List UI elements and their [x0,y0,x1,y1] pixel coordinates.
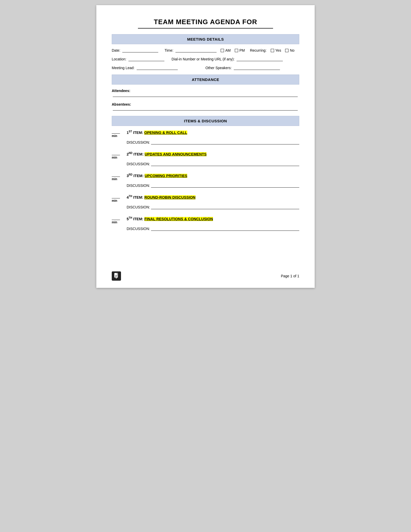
item-1-discussion-line[interactable] [151,140,299,144]
item-4-ordinal: 4TH ITEM: [127,195,144,199]
item-5-discussion-line[interactable] [151,227,299,231]
am-checkbox-group: AM [221,48,231,52]
item-3-min-label: min [112,177,117,181]
no-checkbox[interactable] [285,49,288,52]
items-header: ITEMS & DISCUSSION [112,116,299,126]
attendees-field[interactable] [113,93,298,97]
absentees-label: Absentees [112,102,130,106]
items-section: ITEMS & DISCUSSION min 1ST ITEM: OPENING… [112,116,299,231]
pm-checkbox-group: PM [235,48,245,52]
attendance-header: ATTENDANCE [112,75,299,85]
no-label: No [290,48,294,52]
item-3-min-line[interactable] [112,173,120,177]
item-2-min-line[interactable] [112,152,120,155]
agenda-item-1: min 1ST ITEM: OPENING & ROLL CALL DISCUS… [112,130,299,144]
recurring-label: Recurring: [250,48,267,52]
item-3-header-row: min 3RD ITEM: UPCOMING PRIORITIES [112,173,299,181]
item-4-min-line[interactable] [112,195,120,198]
item-5-header-row: min 5TH ITEM: FINAL RESOLUTIONS & CONCLU… [112,216,299,224]
item-2-ordinal: 2ND ITEM: [127,152,145,156]
title-section: TEAM MEETING AGENDA FOR [112,18,299,29]
dialin-field[interactable] [237,57,283,61]
item-2-discussion-label: DISCUSSION: [127,162,150,166]
yes-label: Yes [275,48,281,52]
item-5-discussion-label: DISCUSSION: [127,227,150,231]
document-page: TEAM MEETING AGENDA FOR MEETING DETAILS … [96,5,315,288]
item-5-keyword: FINAL RESOLUTIONS & CONCLUSION [144,217,213,221]
item-4-header-row: min 4TH ITEM: ROUND-ROBIN DISCUSSION [112,195,299,203]
am-checkbox[interactable] [221,49,224,52]
dialin-label: Dial-in Number or Meeting URL (if any): [172,57,235,61]
pm-checkbox[interactable] [235,49,238,52]
page-number: Page 1 of 1 [281,274,299,278]
item-3-ordinal: 3RD ITEM: [127,174,145,178]
item-5-discussion-row: DISCUSSION: [127,227,299,231]
attendees-label: Attendees: [112,89,130,93]
absentees-row: Absentees: [112,102,299,111]
item-2-discussion-row: DISCUSSION: [127,162,299,166]
item-1-discussion-label: DISCUSSION: [127,140,150,144]
item-3-discussion-line[interactable] [151,184,299,188]
page-footer: e Page 1 of 1 [112,271,299,281]
yes-checkbox-group: Yes [271,48,281,52]
details-row-3: Meeting Lead: Other Speakers: [112,66,299,70]
item-4-discussion-row: DISCUSSION: [127,205,299,209]
am-label: AM [225,48,231,52]
location-field[interactable] [128,57,164,61]
item-4-title: 4TH ITEM: ROUND-ROBIN DISCUSSION [127,195,195,199]
title-underline [138,28,273,29]
item-4-discussion-line[interactable] [151,205,299,209]
item-2-min-label: min [112,156,117,159]
item-1-keyword: OPENING & ROLL CALL [144,131,187,135]
item-1-ordinal: 1ST ITEM: [127,131,144,135]
agenda-item-2: min 2ND ITEM: UPDATES AND ANNOUNCEMENTS … [112,152,299,166]
time-field[interactable] [175,48,217,52]
item-4-keyword: ROUND-ROBIN DISCUSSION [144,195,195,199]
agenda-item-5: min 5TH ITEM: FINAL RESOLUTIONS & CONCLU… [112,216,299,231]
meeting-details-section: MEETING DETAILS Date: Time: AM PM Recurr… [112,34,299,70]
speakers-label: Other Speakers: [206,66,232,70]
item-1-title: 1ST ITEM: OPENING & ROLL CALL [127,130,187,135]
item-1-discussion-row: DISCUSSION: [127,140,299,144]
item-5-number-col: min [112,216,124,224]
lead-label: Meeting Lead: [112,66,135,70]
date-label: Date: [112,48,120,52]
item-1-min-line[interactable] [112,130,120,134]
item-2-title: 2ND ITEM: UPDATES AND ANNOUNCEMENTS [127,152,207,156]
item-5-min-label: min [112,221,117,224]
yes-checkbox[interactable] [271,49,274,52]
pm-label: PM [239,48,245,52]
lead-field[interactable] [137,66,178,70]
item-4-discussion-label: DISCUSSION: [127,205,150,209]
attendance-section: ATTENDANCE Attendees: Absentees: [112,75,299,111]
item-1-min-label: min [112,134,117,138]
item-4-number-col: min [112,195,124,203]
item-2-keyword: UPDATES AND ANNOUNCEMENTS [145,152,207,156]
main-title: TEAM MEETING AGENDA FOR [112,18,299,26]
item-5-title: 5TH ITEM: FINAL RESOLUTIONS & CONCLUSION [127,216,213,221]
item-3-discussion-label: DISCUSSION: [127,184,150,188]
location-label: Location: [112,57,126,61]
agenda-item-4: min 4TH ITEM: ROUND-ROBIN DISCUSSION DIS… [112,195,299,209]
item-4-min-label: min [112,199,117,203]
item-2-number-col: min [112,152,124,159]
absentees-field[interactable] [113,106,298,111]
attendees-row: Attendees: [112,89,299,98]
svg-text:e: e [116,276,117,279]
no-checkbox-group: No [285,48,294,52]
item-3-number-col: min [112,173,124,181]
footer-logo-icon: e [112,271,121,281]
speakers-field[interactable] [234,66,280,70]
details-row-2: Location: Dial-in Number or Meeting URL … [112,57,299,61]
item-1-number-col: min [112,130,124,138]
item-3-title: 3RD ITEM: UPCOMING PRIORITIES [127,173,187,178]
details-row-1: Date: Time: AM PM Recurring: Yes No [112,48,299,52]
item-5-min-line[interactable] [112,216,120,220]
item-5-ordinal: 5TH ITEM: [127,217,144,221]
item-1-header-row: min 1ST ITEM: OPENING & ROLL CALL [112,130,299,138]
meeting-details-header: MEETING DETAILS [112,34,299,44]
item-3-discussion-row: DISCUSSION: [127,184,299,188]
date-field[interactable] [122,48,158,52]
agenda-item-3: min 3RD ITEM: UPCOMING PRIORITIES DISCUS… [112,173,299,188]
item-2-discussion-line[interactable] [151,162,299,166]
